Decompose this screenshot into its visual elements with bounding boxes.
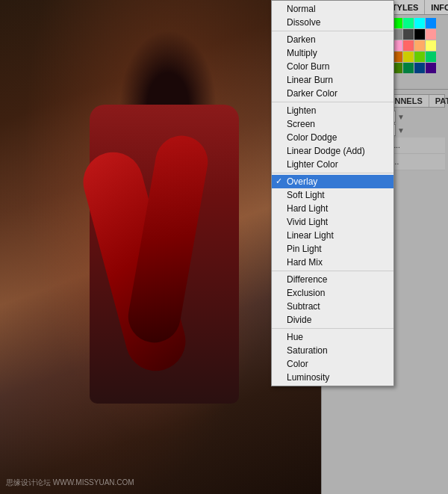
swatch-9[interactable] xyxy=(426,18,436,28)
blend-item-lighten[interactable]: Lighten xyxy=(272,104,393,117)
blend-group-4: DifferenceExclusionSubtractDivide xyxy=(272,271,393,329)
blend-item-color-dodge[interactable]: Color Dodge xyxy=(272,131,393,144)
blend-item-vivid-light[interactable]: Vivid Light xyxy=(272,215,393,229)
blend-item-hard-mix[interactable]: Hard Mix xyxy=(272,256,393,269)
blend-item-color-burn[interactable]: Color Burn xyxy=(272,60,393,73)
blend-item-dissolve[interactable]: Dissolve xyxy=(272,16,393,29)
swatch-38[interactable] xyxy=(414,52,425,62)
swatch-49[interactable] xyxy=(426,63,436,73)
blend-group-0: NormalDissolve xyxy=(272,1,393,31)
blend-item-difference[interactable]: Difference xyxy=(272,273,393,286)
swatch-19[interactable] xyxy=(426,29,436,40)
swatch-18[interactable] xyxy=(414,29,425,40)
blend-item-normal[interactable]: Normal xyxy=(272,2,393,16)
blend-item-hue[interactable]: Hue xyxy=(272,330,393,344)
blend-item-linear-dodge-(add)[interactable]: Linear Dodge (Add) xyxy=(272,144,393,158)
blend-item-saturation[interactable]: Saturation xyxy=(272,344,393,357)
blend-item-darker-color[interactable]: Darker Color xyxy=(272,87,393,100)
swatch-48[interactable] xyxy=(414,63,425,73)
swatch-27[interactable] xyxy=(403,40,414,51)
blend-item-hard-light[interactable]: Hard Light xyxy=(272,202,393,215)
swatch-8[interactable] xyxy=(414,18,425,28)
fill-dropdown-arrow[interactable]: ▼ xyxy=(397,126,405,135)
blend-item-color[interactable]: Color xyxy=(272,357,393,371)
opacity-dropdown-arrow[interactable]: ▼ xyxy=(397,113,405,121)
blend-item-screen[interactable]: Screen xyxy=(272,117,393,131)
blend-item-luminosity[interactable]: Luminosity xyxy=(272,371,393,384)
tab-info[interactable]: INFO xyxy=(425,0,448,14)
blend-group-2: LightenScreenColor DodgeLinear Dodge (Ad… xyxy=(272,102,393,173)
blend-mode-dropdown: NormalDissolveDarkenMultiplyColor BurnLi… xyxy=(271,0,394,386)
blend-item-multiply[interactable]: Multiply xyxy=(272,46,393,60)
blend-item-linear-burn[interactable]: Linear Burn xyxy=(272,73,393,87)
blend-item-lighter-color[interactable]: Lighter Color xyxy=(272,158,393,171)
swatch-17[interactable] xyxy=(403,29,414,40)
swatch-47[interactable] xyxy=(403,63,414,73)
blend-group-5: HueSaturationColorLuminosity xyxy=(272,329,393,386)
blend-item-overlay[interactable]: Overlay xyxy=(272,175,393,188)
blend-item-darken[interactable]: Darken xyxy=(272,33,393,46)
swatch-39[interactable] xyxy=(426,52,436,62)
swatch-7[interactable] xyxy=(403,18,414,28)
swatch-29[interactable] xyxy=(426,40,436,51)
blend-item-divide[interactable]: Divide xyxy=(272,313,393,327)
swatch-28[interactable] xyxy=(414,40,425,51)
blend-item-soft-light[interactable]: Soft Light xyxy=(272,188,393,202)
blend-item-exclusion[interactable]: Exclusion xyxy=(272,286,393,300)
watermark: 思缘设计论坛 WWW.MISSYUAN.COM xyxy=(6,478,134,488)
blend-item-pin-light[interactable]: Pin Light xyxy=(272,242,393,256)
blend-group-3: OverlaySoft LightHard LightVivid LightLi… xyxy=(272,173,393,271)
blend-item-subtract[interactable]: Subtract xyxy=(272,300,393,313)
blend-group-1: DarkenMultiplyColor BurnLinear BurnDarke… xyxy=(272,31,393,102)
blend-item-linear-light[interactable]: Linear Light xyxy=(272,229,393,242)
tab-paths[interactable]: PATHS xyxy=(429,95,448,107)
swatch-37[interactable] xyxy=(403,52,414,62)
